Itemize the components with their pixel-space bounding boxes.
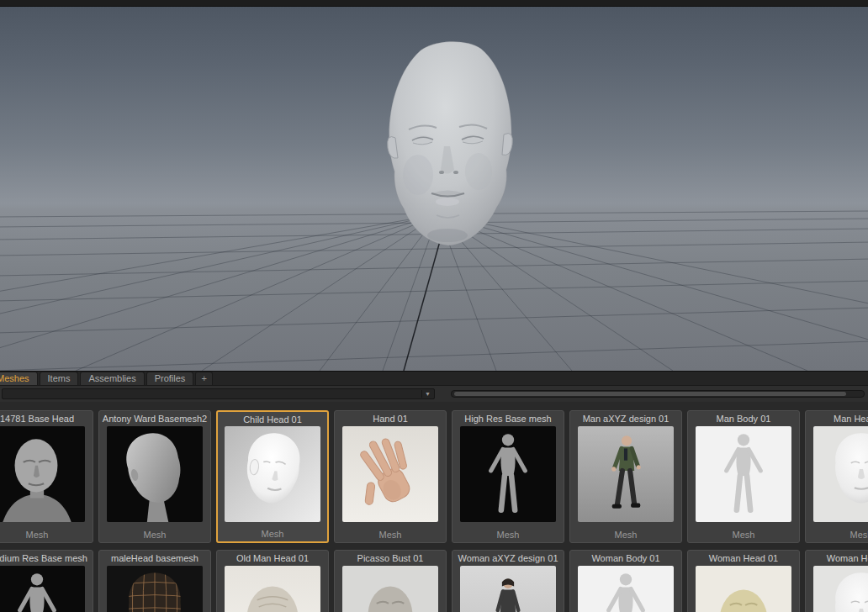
tab-assemblies[interactable]: Assemblies — [80, 372, 144, 385]
preset-tile[interactable]: Woman Head 02Mesh — [805, 550, 868, 612]
filter-dropdown[interactable]: ▼ — [2, 388, 435, 399]
preset-tile[interactable]: maleHead basemeshMesh — [98, 550, 211, 612]
body-dark-thumbnail — [0, 566, 85, 612]
preset-tile-type: Mesh — [335, 530, 446, 540]
browser-toolbar: ▼ — [0, 385, 868, 402]
preset-tile[interactable]: Man aXYZ design 01Mesh — [569, 410, 682, 543]
body-dark-thumbnail — [460, 426, 556, 522]
3d-viewport[interactable] — [0, 7, 868, 371]
preset-tile-label: Man Body 01 — [688, 411, 799, 425]
preset-tile-label: Man Head 01 — [806, 411, 868, 425]
preset-tile[interactable]: Man Head 01Mesh — [805, 410, 868, 543]
preset-tile[interactable]: Woman Body 01Mesh — [569, 550, 682, 612]
preset-tile[interactable]: Woman Head 01Mesh — [687, 550, 800, 612]
preset-tab-bar: MeshesItemsAssembliesProfiles+ — [0, 371, 868, 385]
preset-tile[interactable]: Child Head 01Mesh — [216, 410, 329, 543]
preset-tile[interactable]: Hand 01Mesh — [334, 410, 447, 543]
preset-tile-type: Mesh — [0, 530, 93, 540]
head-model[interactable] — [388, 42, 513, 245]
preset-tile-label: Woman aXYZ design 01 — [453, 551, 564, 565]
preset-tile-label: 14781 Base Head — [0, 411, 93, 425]
hand-thumbnail — [342, 426, 438, 522]
tab-profiles[interactable]: Profiles — [146, 372, 194, 385]
preset-tile[interactable]: Woman aXYZ design 01Mesh — [452, 550, 564, 612]
preset-tile[interactable]: Picasso Bust 01Mesh — [334, 550, 447, 612]
preset-tile-label: Woman Body 01 — [570, 551, 681, 565]
preset-tile[interactable]: 14781 Base HeadMesh — [0, 410, 93, 543]
window-top-strip — [0, 0, 868, 7]
head-light-thumbnail — [813, 426, 868, 522]
preset-tile[interactable]: Antony Ward Basemesh2Mesh — [98, 410, 211, 543]
preset-tile-type: Mesh — [688, 530, 799, 540]
add-tab-button[interactable]: + — [195, 372, 212, 385]
horizontal-scrollbar[interactable] — [451, 390, 865, 398]
preset-tile-label: Picasso Bust 01 — [335, 551, 446, 565]
preset-tile[interactable]: Old Man Head 01Mesh — [216, 550, 329, 612]
tile-row: 14781 Base HeadMeshAntony Ward Basemesh2… — [0, 410, 868, 543]
tile-row: Medium Res Base meshMeshmaleHead basemes… — [0, 550, 868, 612]
preset-browser: 14781 Base HeadMeshAntony Ward Basemesh2… — [0, 402, 868, 612]
horizontal-scrollbar-thumb[interactable] — [454, 392, 846, 396]
child-head-thumbnail — [225, 426, 320, 522]
head-light-thumbnail — [813, 566, 868, 612]
head-dark-thumbnail — [107, 426, 203, 522]
head-yellow-thumbnail — [696, 566, 791, 612]
preset-tile-label: Man aXYZ design 01 — [570, 411, 681, 425]
preset-tile-label: maleHead basemesh — [99, 551, 210, 565]
chevron-down-icon[interactable]: ▼ — [421, 390, 433, 398]
preset-tile-type: Mesh — [218, 529, 327, 539]
preset-tile-label: Woman Head 02 — [806, 551, 868, 565]
preset-tile[interactable]: Medium Res Base meshMesh — [0, 550, 93, 612]
woman-figure-thumbnail — [460, 566, 556, 612]
preset-grid: 14781 Base HeadMeshAntony Ward Basemesh2… — [0, 410, 868, 612]
preset-tile[interactable]: Man Body 01Mesh — [687, 410, 800, 543]
preset-tile-label: High Res Base mesh — [453, 411, 564, 425]
preset-tile-label: Woman Head 01 — [688, 551, 799, 565]
application-window: MeshesItemsAssembliesProfiles+ ▼ 14781 B… — [0, 0, 868, 612]
body-light-thumbnail — [578, 566, 674, 612]
preset-tile-type: Mesh — [806, 530, 868, 540]
old-head-thumbnail — [225, 566, 320, 612]
preset-tile-type: Mesh — [453, 530, 564, 540]
preset-tile-type: Mesh — [570, 530, 681, 540]
preset-tile-label: Child Head 01 — [218, 412, 327, 426]
preset-tile[interactable]: High Res Base meshMesh — [452, 410, 564, 543]
viewport-canvas — [0, 7, 868, 371]
tab-meshes[interactable]: Meshes — [0, 372, 38, 385]
bust-dark-thumbnail — [0, 426, 85, 522]
preset-tile-label: Antony Ward Basemesh2 — [99, 411, 210, 425]
man-suit-thumbnail — [578, 426, 674, 522]
preset-tile-label: Hand 01 — [335, 411, 446, 425]
tab-items[interactable]: Items — [40, 372, 79, 385]
preset-tile-type: Mesh — [99, 530, 210, 540]
wire-head-thumbnail — [107, 566, 203, 612]
preset-tile-label: Medium Res Base mesh — [0, 551, 93, 565]
bust-light-thumbnail — [342, 566, 438, 612]
preset-tile-label: Old Man Head 01 — [217, 551, 328, 565]
body-light-thumbnail — [696, 426, 791, 522]
tab-strip: MeshesItemsAssembliesProfiles+ — [0, 372, 868, 385]
